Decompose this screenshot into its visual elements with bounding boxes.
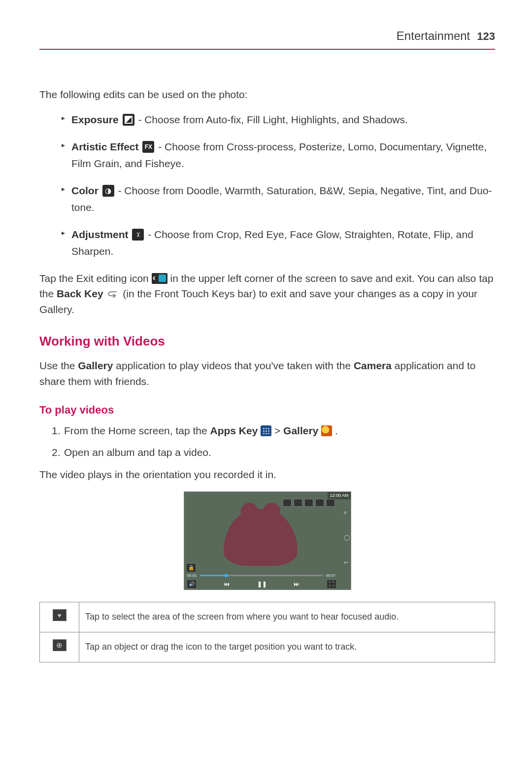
apps-key-bold: Apps Key xyxy=(210,425,258,436)
pause-icon: ❚❚ xyxy=(257,580,266,589)
table-row: Tap to select the area of the screen fro… xyxy=(40,602,495,632)
share-icon xyxy=(315,499,324,507)
qslide-icon xyxy=(304,499,313,507)
gallery-icon xyxy=(321,425,332,436)
audio-focus-icon xyxy=(53,609,66,621)
exit-paragraph: Tap the Exit editing icon in the upper l… xyxy=(39,271,495,317)
text: Open an album and tap a video. xyxy=(64,447,211,458)
back-key-icon: ↩ xyxy=(344,558,350,567)
page-header: Entertainment 123 xyxy=(39,27,495,50)
table-cell-icon xyxy=(40,632,79,662)
elapsed-time: 00:01 xyxy=(187,573,197,579)
play-steps-list: 1. From the Home screen, tap the Apps Ke… xyxy=(39,423,495,460)
fx-icon xyxy=(142,141,154,153)
gallery-bold: Gallery xyxy=(78,360,113,371)
clock: 12:00 AM xyxy=(330,493,348,498)
exposure-icon xyxy=(123,114,134,126)
gallery-bold: Gallery xyxy=(283,425,318,436)
audio-focus-icon xyxy=(283,499,292,507)
to-play-videos-heading: To play videos xyxy=(39,402,495,418)
lock-icon xyxy=(326,499,335,507)
menu-key-icon: ≡ xyxy=(344,509,350,517)
table-cell-desc: Tap to select the area of the screen fro… xyxy=(79,602,495,632)
back-key-label: Back Key xyxy=(57,288,103,299)
icon-description-table: Tap to select the area of the screen fro… xyxy=(39,602,495,662)
text: Use the xyxy=(39,360,78,371)
video-screenshot: 12:00 AM ≡ ◯ ↩ 🔒 00:01 00:07 🔊 ⏮ ❚❚ ⏭ ⛶ xyxy=(39,491,495,590)
list-item: Color - Choose from Doodle, Warmth, Satu… xyxy=(62,182,495,215)
section-title: Entertainment xyxy=(397,27,470,45)
list-item: 1. From the Home screen, tap the Apps Ke… xyxy=(52,423,495,439)
list-item: Artistic Effect - Choose from Cross-proc… xyxy=(62,139,495,172)
text: > xyxy=(271,425,283,436)
zoom-track-icon xyxy=(53,639,66,651)
video-player-mock: 12:00 AM ≡ ◯ ↩ 🔒 00:01 00:07 🔊 ⏮ ❚❚ ⏭ ⛶ xyxy=(184,491,351,590)
camera-bold: Camera xyxy=(354,360,392,371)
table-row: Tap an object or drag the icon to the ta… xyxy=(40,632,495,662)
video-content-purse xyxy=(224,509,298,566)
adjustment-icon xyxy=(132,229,144,241)
color-icon xyxy=(102,185,114,197)
color-desc: - Choose from Doodle, Warmth, Saturation… xyxy=(71,185,492,213)
list-item: Exposure - Choose from Auto-fix, Fill Li… xyxy=(62,111,495,128)
edit-options-list: Exposure - Choose from Auto-fix, Fill Li… xyxy=(39,111,495,260)
orientation-note: The video plays in the orientation you r… xyxy=(39,467,495,483)
phone-nav-keys: ≡ ◯ ↩ xyxy=(344,509,350,567)
text: application to play videos that you've t… xyxy=(113,360,353,371)
table-cell-icon xyxy=(40,602,79,632)
working-with-videos-heading: Working with Videos xyxy=(39,332,495,351)
zoom-track-icon xyxy=(294,499,302,507)
back-key-icon xyxy=(106,287,120,296)
forward-icon: ⏭ xyxy=(292,580,301,589)
apps-key-icon xyxy=(261,425,271,436)
page-number: 123 xyxy=(477,28,495,44)
exit-editing-icon xyxy=(152,273,167,284)
text: (in the Front Touch Keys bar) to exit an… xyxy=(39,288,477,315)
list-item: Adjustment - Choose from Crop, Red Eye, … xyxy=(62,226,495,259)
color-label: Color xyxy=(71,185,99,196)
exposure-label: Exposure xyxy=(71,114,119,125)
seek-bar xyxy=(200,575,323,576)
table-cell-desc: Tap an object or drag the icon to the ta… xyxy=(79,632,495,662)
list-item: 2. Open an album and tap a video. xyxy=(52,445,495,460)
total-time: 00:07 xyxy=(326,573,335,579)
volume-icon: 🔊 xyxy=(187,580,196,588)
step-num: 2. xyxy=(52,445,61,460)
aspect-icon: ⛶ xyxy=(327,580,336,588)
text: . xyxy=(332,425,338,436)
artistic-effect-label: Artistic Effect xyxy=(71,141,139,152)
home-key-icon: ◯ xyxy=(344,533,350,542)
text: From the Home screen, tap the xyxy=(64,425,210,436)
rewind-icon: ⏮ xyxy=(222,580,231,589)
video-top-toolbar xyxy=(283,499,335,507)
playback-controls: 🔊 ⏮ ❚❚ ⏭ ⛶ xyxy=(187,580,336,589)
rotation-lock-icon: 🔒 xyxy=(187,564,196,572)
exposure-desc: - Choose from Auto-fix, Fill Light, High… xyxy=(135,114,408,125)
intro-text: The following edits can be used on the p… xyxy=(39,87,495,103)
videos-paragraph: Use the Gallery application to play vide… xyxy=(39,358,495,389)
adjustment-label: Adjustment xyxy=(71,229,129,240)
text: Tap the Exit editing icon xyxy=(39,273,152,284)
progress-bar: 00:01 00:07 xyxy=(187,573,336,579)
step-num: 1. xyxy=(52,423,61,439)
